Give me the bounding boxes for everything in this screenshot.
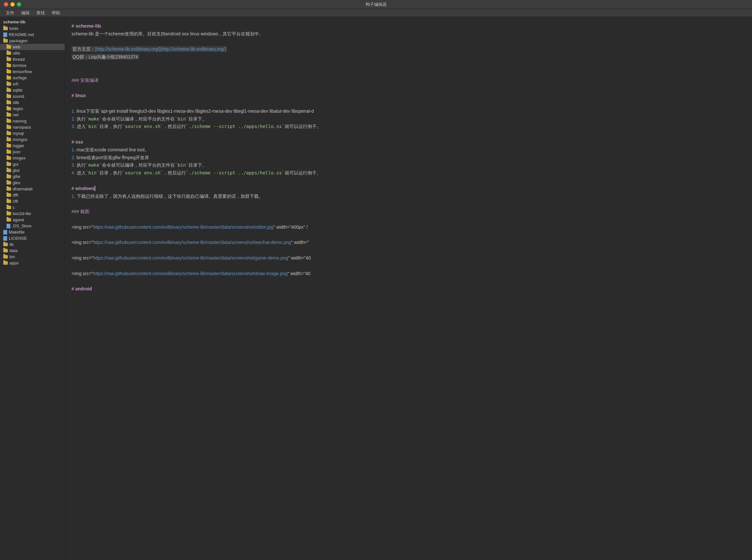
sidebar-item-c[interactable]: c <box>0 204 65 211</box>
editor-line: 3. 执行`make`命令就可以编译，对应平台的文件在`bin`目录下。 <box>72 161 746 169</box>
editor-line: ### 截图 <box>72 208 746 216</box>
sidebar-item-label: c <box>13 205 15 210</box>
sidebar-item-slib[interactable]: slib <box>0 99 65 105</box>
close-button[interactable] <box>4 2 8 6</box>
editor-line <box>72 177 746 185</box>
sidebar-item-data[interactable]: data <box>0 247 65 254</box>
editor-line: # linux <box>72 92 746 100</box>
sidebar-item-label: json <box>13 149 20 154</box>
sidebar-item-bin[interactable]: bin <box>0 254 65 260</box>
sidebar-item-label: apps <box>9 261 19 265</box>
sidebar-item-tools[interactable]: tools <box>0 25 65 32</box>
sidebar-item-Makefile[interactable]: Makefile <box>0 229 65 235</box>
sidebar-item-label: glfw <box>13 174 20 179</box>
folder-icon <box>6 162 11 166</box>
sidebar-item-label: mongoc <box>13 137 27 142</box>
sidebar-item-logger[interactable]: logger <box>0 143 65 149</box>
sidebar-item-cffi[interactable]: cffi <box>0 198 65 204</box>
editor-line: # windows​ <box>72 185 746 193</box>
sidebar-item-tensorflow[interactable]: tensorflow <box>0 68 65 75</box>
sidebar-item-apps[interactable]: apps <box>0 260 65 266</box>
sidebar-item-label: utils <box>13 51 20 56</box>
folder-icon <box>6 107 11 111</box>
editor-line: <img src="https://raw.githubusercontent.… <box>72 254 746 262</box>
sidebar-item-glfw[interactable]: glfw <box>0 174 65 180</box>
sidebar-item-srfi[interactable]: srfi <box>0 81 65 87</box>
sidebar-item-label: logger <box>13 143 24 148</box>
sidebar-item-net[interactable]: net <box>0 112 65 118</box>
menubar: 文件编辑查找帮助 <box>0 9 752 17</box>
sidebar-item-label: bin <box>9 254 15 259</box>
editor-line <box>72 262 746 270</box>
sidebar-item-label: README.md <box>9 32 34 37</box>
sidebar-item-agave[interactable]: agave <box>0 217 65 223</box>
sidebar-item-DS_Store[interactable]: .DS_Store <box>0 223 65 229</box>
sidebar-item-dharmalab[interactable]: dharmalab <box>0 186 65 192</box>
sidebar-item-label: lib <box>9 242 14 247</box>
sidebar-item-dffi[interactable]: dffi <box>0 192 65 198</box>
sidebar-item-irregex[interactable]: irregex <box>0 155 65 161</box>
editor-line: QQ群：Lisp兴趣小组239401374 <box>72 53 746 61</box>
editor-line: 2. 执行`make`命令就可以编译，对应平台的文件在`bin`目录下。 <box>72 115 746 123</box>
folder-icon <box>6 51 11 55</box>
sidebar-item-label: data <box>9 248 18 253</box>
sidebar-item-label: web <box>13 44 20 49</box>
sidebar-item-mongoc[interactable]: mongoc <box>0 136 65 143</box>
editor-line: # scheme-lib <box>72 22 746 30</box>
menu-item-文件[interactable]: 文件 <box>3 9 17 17</box>
folder-icon <box>6 58 11 61</box>
folder-icon <box>6 193 11 197</box>
sidebar-item-thread[interactable]: thread <box>0 56 65 62</box>
sidebar-item-label: surfage <box>13 75 27 80</box>
sidebar-item-termios[interactable]: termios <box>0 62 65 68</box>
sidebar-item-label: cffi <box>13 199 18 204</box>
folder-icon <box>6 64 11 67</box>
sidebar-item-label: sound <box>13 94 24 99</box>
sidebar-item-utils[interactable]: utils <box>0 50 65 56</box>
editor-line <box>72 84 746 92</box>
sidebar-item-label: tools <box>9 26 18 31</box>
sidebar-item-web[interactable]: web <box>0 44 65 50</box>
sidebar-item-READMEmd[interactable]: README.md <box>0 32 65 38</box>
sidebar-item-regex[interactable]: regex <box>0 105 65 112</box>
sidebar-item-gles[interactable]: gles <box>0 180 65 186</box>
sidebar-item-nanovg[interactable]: nanovg <box>0 118 65 124</box>
sidebar-item-sound[interactable]: sound <box>0 93 65 99</box>
sidebar-item-label: slib <box>13 100 19 105</box>
sidebar-item-glut[interactable]: glut <box>0 167 65 174</box>
file-icon <box>3 230 7 235</box>
editor-line: 1. 下载已经去除了，因为有人说抱怨运行报错，这下你只能自己编译。真需要的话，加… <box>72 193 746 200</box>
sidebar-item-surfage[interactable]: surfage <box>0 75 65 81</box>
sidebar-item-label: glut <box>13 168 20 173</box>
sidebar-item-box2d-lite[interactable]: box2d-lite <box>0 211 65 217</box>
maximize-button[interactable] <box>17 2 21 6</box>
sidebar-item-LICENSE[interactable]: LICENSE <box>0 235 65 241</box>
sidebar-item-label: sqlite <box>13 88 22 93</box>
sidebar-item-label: gui <box>13 162 18 167</box>
sidebar-item-packages[interactable]: packages <box>0 38 65 44</box>
menu-item-帮助[interactable]: 帮助 <box>49 9 63 17</box>
folder-icon <box>6 218 11 222</box>
editor-line <box>72 231 746 239</box>
sidebar-item-gui[interactable]: gui <box>0 161 65 167</box>
menu-item-编辑[interactable]: 编辑 <box>19 9 32 17</box>
sidebar[interactable]: scheme-lib toolsREADME.mdpackageswebutil… <box>0 17 65 560</box>
editor-line: 官方主页：[http://scheme-lib.evilbinary.org/]… <box>72 45 746 53</box>
sidebar-item-label: srfi <box>13 82 18 86</box>
editor-line <box>72 61 746 69</box>
sidebar-item-label: dharmalab <box>13 186 33 191</box>
menu-item-查找[interactable]: 查找 <box>34 9 47 17</box>
editor-area[interactable]: # scheme-libscheme-lib 是一个scheme使用的库。目前支… <box>65 17 752 560</box>
sidebar-item-sqlite[interactable]: sqlite <box>0 87 65 93</box>
folder-icon <box>6 70 11 74</box>
folder-icon <box>3 261 8 265</box>
sidebar-item-label: gles <box>13 180 20 185</box>
sidebar-item-json[interactable]: json <box>0 149 65 155</box>
minimize-button[interactable] <box>11 2 15 6</box>
folder-icon <box>3 249 8 253</box>
sidebar-item-lib[interactable]: lib <box>0 241 65 247</box>
folder-icon <box>6 132 11 135</box>
sidebar-item-mysql[interactable]: mysql <box>0 130 65 136</box>
folder-icon <box>6 168 11 172</box>
sidebar-item-nanopass[interactable]: nanopass <box>0 124 65 130</box>
